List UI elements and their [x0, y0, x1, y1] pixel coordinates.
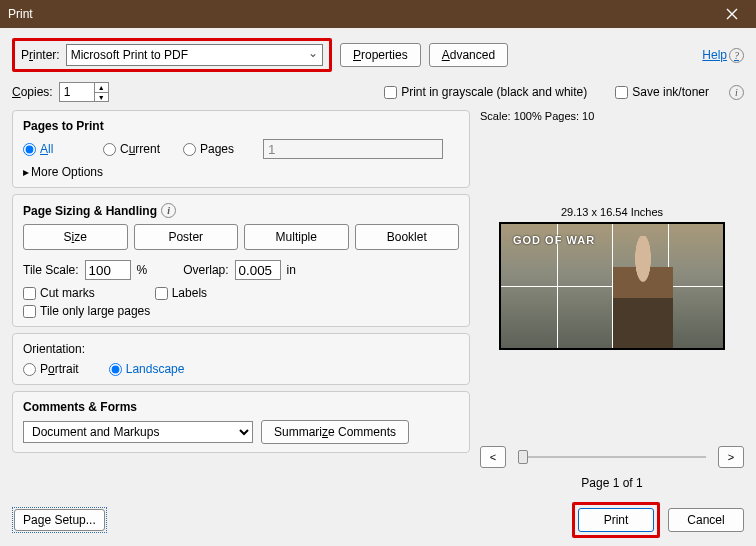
tile-large-label: Tile only large pages: [40, 304, 150, 318]
print-highlight: Print: [572, 502, 660, 538]
help-label: Help: [702, 48, 727, 62]
printer-row: Printer: Microsoft Print to PDF Properti…: [12, 38, 744, 72]
percent-label: %: [137, 263, 148, 277]
right-column: Scale: 100% Pages: 10 29.13 x 16.54 Inch…: [480, 110, 744, 498]
scale-pages-line: Scale: 100% Pages: 10: [480, 110, 744, 122]
tile-scale-input[interactable]: [85, 260, 131, 280]
left-column: Pages to Print All Current Pages ▸ More …: [12, 110, 470, 498]
booklet-button[interactable]: Booklet: [355, 224, 460, 250]
orientation-title: Orientation:: [23, 342, 459, 356]
radio-landscape[interactable]: Landscape: [109, 362, 185, 376]
size-button[interactable]: Size: [23, 224, 128, 250]
sizing-title: Page Sizing & Handling i: [23, 203, 459, 218]
sizing-section: Page Sizing & Handling i Size Poster Mul…: [12, 194, 470, 327]
advanced-button[interactable]: Advanced: [429, 43, 508, 67]
main-columns: Pages to Print All Current Pages ▸ More …: [12, 110, 744, 498]
comments-title: Comments & Forms: [23, 400, 459, 414]
save-ink-checkbox[interactable]: Save ink/toner: [615, 85, 709, 99]
info-icon[interactable]: i: [161, 203, 176, 218]
comments-select[interactable]: Document and Markups: [23, 421, 253, 443]
radio-all[interactable]: All: [23, 142, 101, 156]
page-setup-highlight: Page Setup...: [12, 507, 107, 533]
properties-button[interactable]: Properties: [340, 43, 421, 67]
print-preview: GOD OF WAR: [499, 222, 725, 350]
page-slider[interactable]: [518, 456, 706, 458]
page-setup-button[interactable]: Page Setup...: [14, 509, 105, 531]
cancel-button[interactable]: Cancel: [668, 508, 744, 532]
dialog-title: Print: [8, 7, 33, 21]
cut-marks-label: Cut marks: [40, 286, 95, 300]
landscape-label: Landscape: [126, 362, 185, 376]
preview-logo: GOD OF WAR: [513, 234, 595, 246]
overlap-input[interactable]: [235, 260, 281, 280]
copies-label: Copies:: [12, 85, 53, 99]
print-dialog: Printer: Microsoft Print to PDF Properti…: [0, 28, 756, 546]
chevron-right-icon: ▸: [23, 165, 29, 179]
pages-title: Pages to Print: [23, 119, 459, 133]
checks-row: Cut marks Labels: [23, 286, 459, 300]
info-icon[interactable]: i: [729, 85, 744, 100]
radio-portrait[interactable]: Portrait: [23, 362, 79, 376]
next-page-button[interactable]: >: [718, 446, 744, 468]
labels-label: Labels: [172, 286, 207, 300]
radio-current[interactable]: Current: [103, 142, 181, 156]
multiple-button[interactable]: Multiple: [244, 224, 349, 250]
radio-pages-label: Pages: [200, 142, 234, 156]
more-options-label: More Options: [31, 165, 103, 179]
spin-down-icon[interactable]: ▼: [95, 93, 108, 102]
printer-select[interactable]: Microsoft Print to PDF: [66, 44, 323, 66]
save-ink-label: Save ink/toner: [632, 85, 709, 99]
footer-row: Page Setup... Print Cancel: [12, 498, 744, 546]
radio-pages[interactable]: Pages: [183, 142, 261, 156]
printer-value: Microsoft Print to PDF: [71, 48, 188, 62]
printer-label: Printer:: [21, 48, 60, 62]
tile-large-checkbox[interactable]: Tile only large pages: [23, 304, 459, 318]
copies-row: Copies: 1 ▲▼ Print in grayscale (black a…: [12, 82, 744, 102]
help-link[interactable]: Help?: [702, 48, 744, 63]
orientation-section: Orientation: Portrait Landscape: [12, 333, 470, 385]
pages-input[interactable]: [263, 139, 443, 159]
comments-section: Comments & Forms Document and Markups Su…: [12, 391, 470, 453]
copies-value: 1: [64, 85, 71, 99]
print-button[interactable]: Print: [578, 508, 654, 532]
summarize-button[interactable]: Summarize Comments: [261, 420, 409, 444]
pager-row: < >: [480, 446, 744, 468]
page-indicator: Page 1 of 1: [480, 476, 744, 490]
close-icon[interactable]: [716, 0, 748, 28]
overlap-unit: in: [287, 263, 296, 277]
preview-character: [613, 236, 673, 348]
tile-row: Tile Scale: % Overlap: in: [23, 260, 459, 280]
more-options-toggle[interactable]: ▸ More Options: [23, 165, 459, 179]
tile-scale-label: Tile Scale:: [23, 263, 79, 277]
copies-input[interactable]: 1 ▲▼: [59, 82, 109, 102]
pages-radio-row: All Current Pages: [23, 139, 459, 159]
titlebar: Print: [0, 0, 756, 28]
poster-button[interactable]: Poster: [134, 224, 239, 250]
pages-to-print-section: Pages to Print All Current Pages ▸ More …: [12, 110, 470, 188]
grayscale-label: Print in grayscale (black and white): [401, 85, 587, 99]
grayscale-checkbox[interactable]: Print in grayscale (black and white): [384, 85, 587, 99]
slider-thumb[interactable]: [518, 450, 528, 464]
overlap-label: Overlap:: [183, 263, 228, 277]
prev-page-button[interactable]: <: [480, 446, 506, 468]
labels-checkbox[interactable]: Labels: [155, 286, 207, 300]
dimensions-line: 29.13 x 16.54 Inches: [480, 206, 744, 218]
printer-highlight: Printer: Microsoft Print to PDF: [12, 38, 332, 72]
cut-marks-checkbox[interactable]: Cut marks: [23, 286, 95, 300]
sizing-buttons: Size Poster Multiple Booklet: [23, 224, 459, 250]
spin-up-icon[interactable]: ▲: [95, 83, 108, 93]
help-icon: ?: [729, 48, 744, 63]
